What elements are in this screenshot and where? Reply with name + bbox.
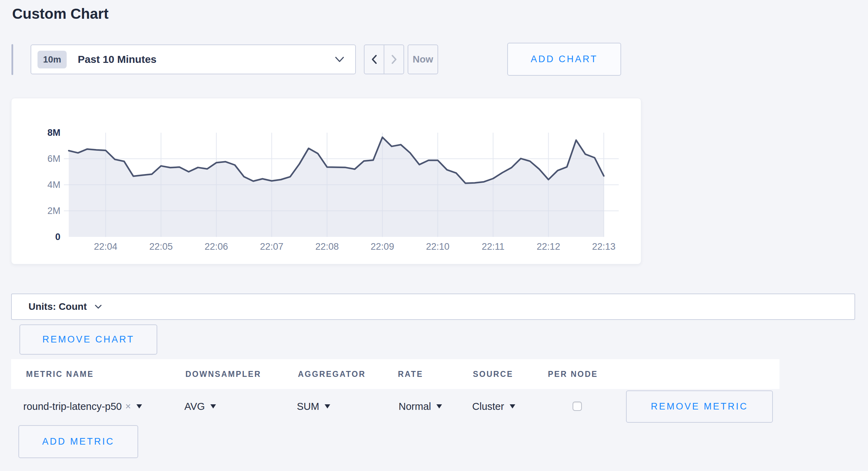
- metric-name-value: round-trip-latency-p50: [23, 401, 122, 412]
- add-metric-button[interactable]: ADD METRIC: [18, 425, 138, 458]
- chevron-right-icon: [389, 53, 399, 65]
- page-title: Custom Chart: [12, 6, 109, 22]
- x-axis-tick-label: 22:07: [251, 241, 293, 252]
- time-pager: [364, 44, 404, 74]
- downsampler-dropdown[interactable]: AVG: [184, 389, 216, 424]
- remove-chart-button[interactable]: REMOVE CHART: [19, 324, 157, 355]
- clear-metric-icon[interactable]: ×: [125, 401, 131, 412]
- metrics-table-header: METRIC NAME DOWNSAMPLER AGGREGATOR RATE …: [11, 359, 779, 389]
- chevron-down-icon: [334, 56, 345, 63]
- dropdown-caret-icon: [136, 404, 142, 408]
- dropdown-caret-icon: [210, 404, 216, 408]
- downsampler-value: AVG: [184, 401, 205, 412]
- x-axis-tick-label: 22:04: [85, 241, 126, 252]
- add-chart-button[interactable]: ADD CHART: [507, 43, 621, 76]
- per-node-checkbox[interactable]: [573, 402, 582, 411]
- col-header-metric-name: METRIC NAME: [26, 359, 94, 389]
- dropdown-caret-icon: [510, 404, 515, 408]
- chart-y-axis: 02M4M6M8M: [11, 133, 60, 237]
- chevron-down-icon: [94, 304, 102, 309]
- col-header-source: SOURCE: [473, 359, 513, 389]
- remove-metric-button[interactable]: REMOVE METRIC: [626, 390, 773, 423]
- dropdown-caret-icon: [436, 404, 442, 408]
- chart-card: 02M4M6M8M 22:0422:0522:0622:0722:0822:09…: [11, 98, 641, 264]
- source-dropdown[interactable]: Cluster: [472, 389, 515, 424]
- next-time-button[interactable]: [384, 45, 403, 74]
- col-header-aggregator: AGGREGATOR: [298, 359, 366, 389]
- time-range-badge: 10m: [37, 51, 67, 68]
- x-axis-tick-label: 22:13: [583, 241, 625, 252]
- y-axis-tick-label: 2M: [11, 205, 60, 217]
- units-selector[interactable]: Units: Count: [11, 294, 855, 320]
- y-axis-tick-label: 8M: [11, 127, 60, 139]
- prev-time-button[interactable]: [365, 45, 384, 74]
- y-axis-tick-label: 6M: [11, 153, 60, 165]
- x-axis-tick-label: 22:12: [528, 241, 569, 252]
- rate-value: Normal: [399, 401, 431, 412]
- units-label: Units: Count: [28, 301, 87, 312]
- col-header-downsampler: DOWNSAMPLER: [185, 359, 261, 389]
- chart-x-axis: 22:0422:0522:0622:0722:0822:0922:1022:11…: [64, 241, 619, 255]
- metric-row: round-trip-latency-p50 × AVG SUM Normal …: [0, 389, 868, 424]
- x-axis-tick-label: 22:09: [361, 241, 403, 252]
- x-axis-tick-label: 22:06: [195, 241, 237, 252]
- time-range-label: Past 10 Minutes: [78, 53, 334, 65]
- dropdown-caret-icon: [325, 404, 330, 408]
- rate-dropdown[interactable]: Normal: [399, 389, 442, 424]
- now-button[interactable]: Now: [408, 44, 438, 74]
- col-header-rate: RATE: [398, 359, 423, 389]
- x-axis-tick-label: 22:11: [472, 241, 514, 252]
- aggregator-value: SUM: [297, 401, 319, 412]
- toolbar-left-divider: [11, 44, 13, 75]
- y-axis-tick-label: 0: [11, 231, 60, 243]
- source-value: Cluster: [472, 401, 504, 412]
- y-axis-tick-label: 4M: [11, 179, 60, 191]
- aggregator-dropdown[interactable]: SUM: [297, 389, 330, 424]
- x-axis-tick-label: 22:05: [140, 241, 182, 252]
- x-axis-tick-label: 22:08: [306, 241, 348, 252]
- plot-area[interactable]: [64, 133, 619, 237]
- chevron-left-icon: [369, 53, 379, 65]
- x-axis-tick-label: 22:10: [417, 241, 459, 252]
- time-range-selector[interactable]: 10m Past 10 Minutes: [31, 44, 356, 74]
- metric-name-dropdown[interactable]: round-trip-latency-p50 ×: [23, 389, 142, 424]
- col-header-per-node: PER NODE: [548, 359, 598, 389]
